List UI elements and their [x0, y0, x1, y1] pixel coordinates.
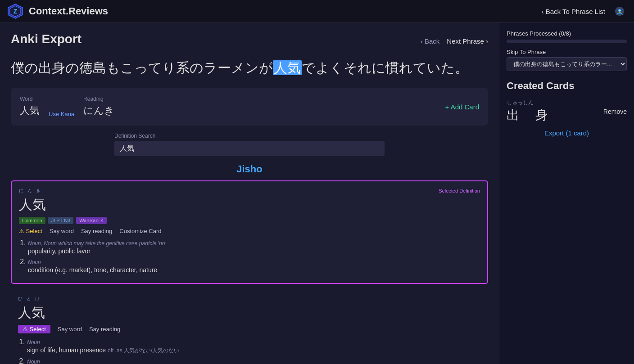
page-title: Anki Export — [11, 32, 82, 46]
definition-search-input[interactable] — [114, 141, 385, 156]
entry-1-ruby: に ん き — [19, 188, 42, 194]
word-value: 人気 — [20, 104, 40, 117]
skip-phrase-label: Skip To Phrase — [507, 49, 627, 55]
left-panel: Anki Export ‹ Back Next Phrase › 僕の出身の徳島… — [0, 23, 499, 364]
next-phrase-button[interactable]: Next Phrase › — [447, 37, 488, 45]
entry-1-definitions: Noun, Noun which may take the genitive c… — [19, 239, 480, 274]
card-item: しゅっしん 出 身 Remove — [507, 99, 627, 124]
definition-search-container: Definition Search — [114, 133, 385, 156]
entry-1-word: 人気 — [19, 196, 480, 214]
svg-text:Z: Z — [14, 8, 18, 15]
card-info: しゅっしん 出 身 — [507, 99, 550, 124]
reading-label: Reading — [83, 96, 114, 102]
reading-field: Reading にんき — [83, 96, 114, 117]
def-text: popularity, public favor — [28, 247, 91, 255]
definition-item: Noun sign of life, human presence oft. a… — [27, 338, 481, 355]
export-button[interactable]: Export (1 card) — [507, 129, 627, 137]
app-title: Context.Reviews — [29, 5, 108, 17]
entry-2-select-button[interactable]: ⚠ Select — [18, 325, 50, 333]
entry-1-actions: ⚠ Select Say word Say reading Customize … — [19, 228, 480, 234]
sentence-after: でよくそれに慣れていた。 — [302, 60, 468, 75]
entry-1-selected-label: Selected Definition — [439, 188, 480, 193]
card-word: 出 身 — [507, 107, 550, 124]
right-sidebar: Phrases Processed (0/8) Skip To Phrase 僕… — [499, 23, 634, 364]
tag-jlpt: JLPT N3 — [48, 217, 74, 224]
back-to-phrase-list-button[interactable]: ‹ Back To Phrase List — [542, 8, 605, 15]
entry-1-say-word-button[interactable]: Say word — [50, 228, 74, 234]
main-content: Anki Export ‹ Back Next Phrase › 僕の出身の徳島… — [0, 23, 634, 364]
use-kana-button[interactable]: Use Kana — [49, 111, 74, 117]
jisho-entry-2: ひ と け 人気 ⚠ Select Say word Say reading N… — [11, 289, 488, 364]
phrase-sentence: 僕の出身の徳島もこってり系のラーメンが人気でよくそれに慣れていた。 — [11, 57, 488, 79]
entry-1-say-reading-button[interactable]: Say reading — [81, 228, 112, 234]
entry-1-customize-card-button[interactable]: Customize Card — [119, 228, 161, 234]
back-button[interactable]: ‹ Back — [421, 37, 440, 45]
header: Z Context.Reviews ‹ Back To Phrase List … — [0, 0, 634, 23]
entry-2-ruby: ひ と け — [18, 296, 41, 302]
add-card-button[interactable]: + Add Card — [445, 103, 479, 111]
phrases-processed-label: Phrases Processed (0/8) — [507, 30, 627, 37]
entry-2-actions: ⚠ Select Say word Say reading — [18, 325, 481, 333]
tag-wanikani: Wanikani 4 — [76, 217, 107, 224]
definition-item: Noun, Noun which may take the genitive c… — [28, 239, 480, 255]
reading-value: にんき — [83, 104, 114, 117]
entry-2-header: ひ と け — [18, 296, 481, 302]
def-type: Noun — [28, 259, 41, 265]
app-logo-icon: Z — [7, 3, 23, 19]
def-text: sign of life, human presence oft. as 人気が… — [27, 346, 179, 354]
def-type: Noun — [27, 339, 40, 346]
jisho-title: Jisho — [11, 163, 488, 175]
word-value-row: 人気 Use Kana — [20, 104, 74, 117]
def-type: Noun — [27, 359, 40, 364]
skip-phrase-select[interactable]: 僕の出身の徳島もこってり系のラー... — [507, 57, 627, 71]
word-label: Word — [20, 96, 74, 102]
entry-2-word: 人気 — [18, 304, 481, 322]
phrase-navigation: ‹ Back Next Phrase › — [421, 37, 488, 45]
entry-2-definitions: Noun sign of life, human presence oft. a… — [18, 338, 481, 364]
entry-1-select-button[interactable]: ⚠ Select — [19, 228, 42, 234]
jisho-entry-1: に ん き Selected Definition 人気 Common JLPT… — [11, 180, 488, 284]
sentence-highlight: 人気 — [273, 60, 302, 75]
header-left: Z Context.Reviews — [7, 3, 108, 19]
definition-search-label: Definition Search — [114, 133, 385, 139]
entry-2-say-word-button[interactable]: Say word — [58, 326, 82, 333]
header-right: ‹ Back To Phrase List 🍃 — [542, 4, 627, 18]
def-type: Noun, Noun which may take the genitive c… — [28, 240, 166, 247]
user-icon: 🍃 — [614, 6, 625, 17]
entry-1-header: に ん き Selected Definition — [19, 188, 480, 194]
card-reading: しゅっしん — [507, 99, 550, 107]
definition-item: Noun humanity, humaneness — [27, 357, 481, 364]
svg-text:🍃: 🍃 — [617, 9, 622, 13]
remove-card-button[interactable]: Remove — [603, 108, 627, 115]
sentence-before: 僕の出身の徳島もこってり系のラーメンが — [11, 60, 273, 75]
entry-2-say-reading-button[interactable]: Say reading — [89, 326, 120, 333]
word-card: Word 人気 Use Kana Reading にんき + Add Card — [11, 88, 488, 126]
user-menu-button[interactable]: 🍃 — [612, 4, 627, 18]
def-text: condition (e.g. market), tone, character… — [28, 266, 157, 274]
tag-common: Common — [19, 217, 45, 224]
definition-item: Noun condition (e.g. market), tone, char… — [28, 258, 480, 274]
word-field: Word 人気 Use Kana — [20, 96, 74, 117]
phrase-nav: Anki Export ‹ Back Next Phrase › — [11, 32, 488, 50]
progress-bar — [507, 40, 627, 43]
created-cards-title: Created Cards — [507, 80, 627, 92]
entry-1-tags: Common JLPT N3 Wanikani 4 — [19, 217, 480, 224]
